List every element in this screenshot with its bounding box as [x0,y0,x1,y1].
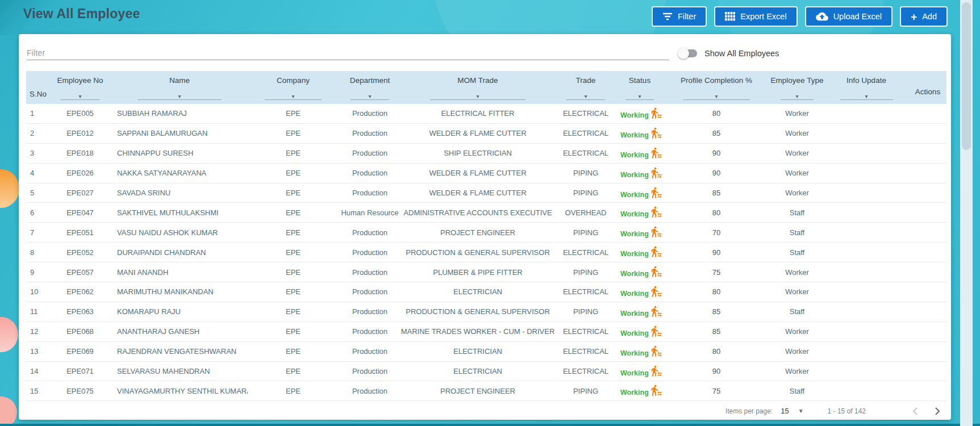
cell-sno: 11 [26,302,49,321]
upload-excel-button[interactable]: Upload Excel [805,6,893,27]
column-header-employee-type: Employee Type ▾ [770,71,824,104]
next-page-button[interactable] [928,404,946,418]
cell-employee-no: EPE063 [49,302,111,321]
cell-profile-completion: 85 [662,322,770,341]
cell-info-update [824,124,909,143]
filter-button[interactable]: Filter [652,6,707,27]
cell-employee-type: Worker [770,144,824,163]
cell-sno: 6 [26,203,49,222]
items-per-page-select[interactable]: 15 ▼ [781,407,803,415]
cell-profile-completion: 80 [662,282,770,302]
cell-name: SAVADA SRINU [111,183,248,203]
cell-trade: OVERHEAD [554,203,617,222]
table-filter-input[interactable] [27,45,669,60]
table-row[interactable]: 11 EPE063 KOMARAPU RAJU EPE Production P… [26,302,946,322]
table-row[interactable]: 7 EPE051 VASU NAIDU ASHOK KUMAR EPE Prod… [26,223,946,243]
cell-company: EPE [248,124,339,143]
filter-lines-icon [662,12,673,20]
page-scrollbar[interactable] [960,0,973,426]
table-row[interactable]: 5 EPE027 SAVADA SRINU EPE Production WEL… [26,183,946,203]
cell-name: SAPPANI BALAMURUGAN [111,124,248,143]
table-row[interactable]: 3 EPE018 CHINNAPPU SURESH EPE Production… [26,144,946,164]
cell-trade: ELECTRICAL [554,243,617,262]
table-row[interactable]: 9 EPE057 MANI ANANDH EPE Production PLUM… [26,262,946,282]
cell-info-update [824,223,909,242]
cell-profile-completion: 70 [662,223,770,242]
table-row[interactable]: 6 EPE047 SAKTHIVEL MUTHULAKSHMI EPE Huma… [26,203,946,223]
cell-info-update [824,144,909,163]
cell-sno: 14 [26,362,49,381]
cell-employee-type: Staff [770,223,824,242]
profile-completion-filter-select[interactable]: ▾ [683,92,750,100]
info-update-filter-select[interactable]: ▾ [840,92,893,100]
column-header-name: Name ▾ [111,71,248,104]
cell-status: Working [617,302,662,321]
cell-status: Working [617,104,662,123]
cell-status: Working [617,183,662,203]
cell-info-update [824,243,909,262]
cell-profile-completion: 80 [662,342,770,361]
transfer-person-icon [650,127,662,139]
cell-employee-type: Worker [770,362,824,381]
cell-department: Production [339,282,401,302]
add-button[interactable]: + Add [900,6,948,27]
cell-company: EPE [248,203,339,222]
caret-down-icon: ▼ [798,408,804,414]
cell-employee-type: Worker [770,124,824,143]
transfer-person-icon [650,325,662,337]
table-row[interactable]: 8 EPE052 DURAIPANDI CHANDRAN EPE Product… [26,243,946,262]
cell-trade: PIPING [554,302,617,321]
status-working-label: Working [620,290,649,298]
column-header-profile-completion: Profile Completion % ▾ [662,71,770,104]
table-row[interactable]: 13 EPE069 RAJENDRAN VENGATESHWARAN EPE P… [26,342,946,362]
export-excel-button[interactable]: Export Excel [714,6,797,27]
cell-info-update [824,381,909,400]
cell-profile-completion: 90 [662,144,770,163]
column-header-actions: Actions [909,71,946,104]
cell-company: EPE [248,342,339,361]
table-row[interactable]: 12 EPE068 ANANTHARAJ GANESH EPE Producti… [26,322,946,342]
table-row[interactable]: 1 EPE005 SUBBIAH RAMARAJ EPE Production … [26,104,946,124]
company-filter-select[interactable]: ▾ [265,92,321,100]
column-header-trade: Trade ▾ [554,71,617,104]
cell-employee-no: EPE005 [49,104,111,123]
cell-department: Production [339,183,401,203]
scrollbar-thumb[interactable] [962,2,971,150]
cell-info-update [824,203,909,222]
cell-info-update [824,282,909,302]
trade-filter-select[interactable]: ▾ [566,92,605,100]
cell-actions [909,243,946,262]
cell-actions [909,342,946,361]
employee-type-filter-select[interactable]: ▾ [781,92,814,100]
status-working-label: Working [620,111,649,119]
cell-trade: ELECTRICAL [554,144,617,163]
cell-trade: PIPING [554,262,617,282]
table-row[interactable]: 2 EPE012 SAPPANI BALAMURUGAN EPE Product… [26,124,946,144]
cell-employee-no: EPE051 [49,223,111,242]
cell-name: RAJENDRAN VENGATESHWARAN [111,342,248,361]
show-all-employees-toggle[interactable] [678,48,698,59]
cell-employee-type: Worker [770,183,824,203]
cell-company: EPE [248,282,339,302]
table-row[interactable]: 15 EPE075 VINAYAGAMURTHY SENTHIL KUMARAN… [26,381,946,401]
employee-no-filter-select[interactable]: ▾ [61,92,99,100]
status-filter-select[interactable]: ▾ [625,92,654,100]
table-row[interactable]: 10 EPE062 MARIMUTHU MANIKANDAN EPE Produ… [26,282,946,302]
name-filter-select[interactable]: ▾ [137,92,222,100]
mom-trade-filter-select[interactable]: ▾ [430,92,525,100]
previous-page-button[interactable] [906,404,924,418]
cell-actions [909,164,946,183]
cell-mom-trade: WELDER & FLAME CUTTER [401,124,554,143]
cell-profile-completion: 85 [662,183,770,203]
department-filter-select[interactable]: ▾ [351,92,389,100]
cell-employee-type: Worker [770,262,824,282]
status-working-label: Working [620,210,649,218]
table-row[interactable]: 14 EPE071 SELVARASU MAHENDRAN EPE Produc… [26,362,946,382]
cell-company: EPE [248,104,339,123]
table-row[interactable]: 4 EPE026 NAKKA SATYANARAYANA EPE Product… [26,164,946,183]
cell-mom-trade: ELECTRICIAN [401,282,554,302]
cell-department: Production [339,381,401,400]
cell-mom-trade: PROJECT ENGINEER [401,223,554,242]
plus-icon: + [911,11,917,22]
cell-profile-completion: 80 [662,104,770,123]
